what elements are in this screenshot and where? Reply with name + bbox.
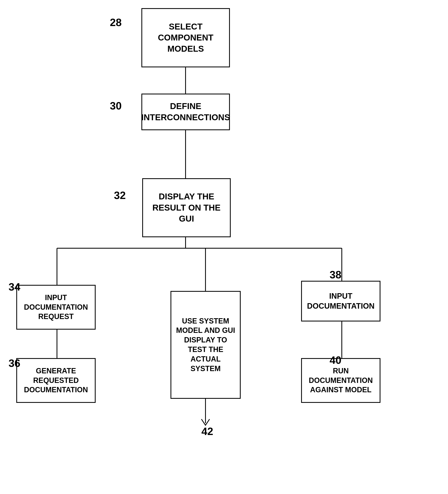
use-system-model-box: USE SYSTEM MODEL AND GUI DISPLAY TO TEST… xyxy=(171,291,241,399)
input-documentation-label: INPUT DOCUMENTATION xyxy=(306,291,375,311)
step-38-label: 38 xyxy=(330,269,341,281)
run-documentation-against-model-label: RUN DOCUMENTATION AGAINST MODEL xyxy=(306,366,375,395)
step-32-label: 32 xyxy=(114,189,126,201)
display-result-label: DISPLAY THE RESULT ON THE GUI xyxy=(147,191,226,224)
step-42-label: 42 xyxy=(201,425,213,437)
step-36-label: 36 xyxy=(9,357,20,369)
step-28-label: 28 xyxy=(110,16,122,28)
diagram-container: SELECT COMPONENT MODELS DEFINE INTERCONN… xyxy=(0,0,448,494)
input-documentation-box: INPUT DOCUMENTATION xyxy=(301,281,380,321)
generate-requested-documentation-label: GENERATE REQUESTED DOCUMENTATION xyxy=(21,366,91,395)
select-component-models-box: SELECT COMPONENT MODELS xyxy=(141,8,230,67)
generate-requested-documentation-box: GENERATE REQUESTED DOCUMENTATION xyxy=(16,358,96,403)
input-documentation-request-box: INPUT DOCUMENTATION REQUEST xyxy=(16,285,96,330)
use-system-model-label: USE SYSTEM MODEL AND GUI DISPLAY TO TEST… xyxy=(175,316,236,373)
display-result-box: DISPLAY THE RESULT ON THE GUI xyxy=(142,178,231,237)
connectors-svg xyxy=(0,0,448,494)
input-documentation-request-label: INPUT DOCUMENTATION REQUEST xyxy=(21,293,91,321)
step-40-label: 40 xyxy=(330,354,341,366)
step-30-label: 30 xyxy=(110,100,122,112)
select-component-models-label: SELECT COMPONENT MODELS xyxy=(146,21,225,55)
define-interconnections-box: DEFINE INTERCONNECTIONS xyxy=(141,94,230,130)
step-34-label: 34 xyxy=(9,281,20,293)
define-interconnections-label: DEFINE INTERCONNECTIONS xyxy=(141,101,230,123)
